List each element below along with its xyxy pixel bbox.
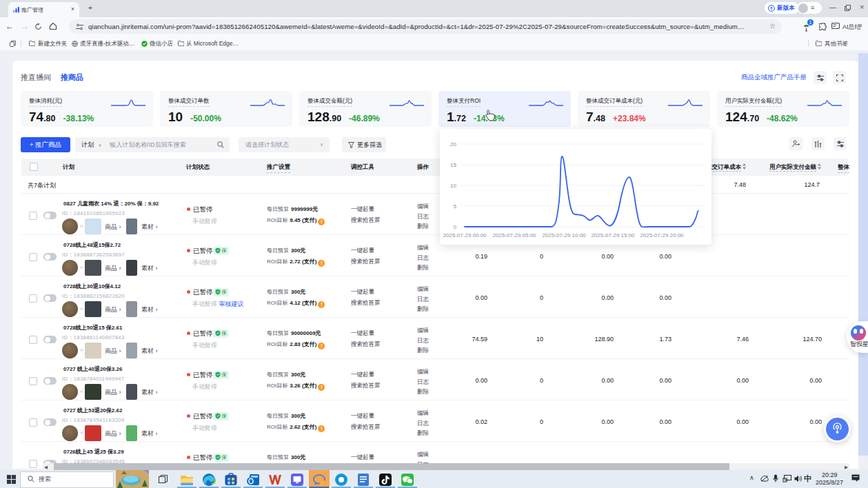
svg-text:2025-07-29 20:00: 2025-07-29 20:00 <box>640 232 684 238</box>
svg-text:5: 5 <box>454 203 457 210</box>
svg-text:2025-07-29 05:00: 2025-07-29 05:00 <box>492 232 536 238</box>
svg-text:10: 10 <box>450 183 456 189</box>
svg-text:2025-07-29 10:00: 2025-07-29 10:00 <box>542 232 586 238</box>
svg-text:2025-07-29 00:00: 2025-07-29 00:00 <box>443 232 487 238</box>
svg-text:2025-07-29 15:00: 2025-07-29 15:00 <box>591 232 635 238</box>
svg-text:15: 15 <box>450 162 456 168</box>
svg-text:20: 20 <box>450 141 456 148</box>
svg-text:Pal: Pal <box>783 478 788 482</box>
svg-text:0: 0 <box>454 224 457 230</box>
